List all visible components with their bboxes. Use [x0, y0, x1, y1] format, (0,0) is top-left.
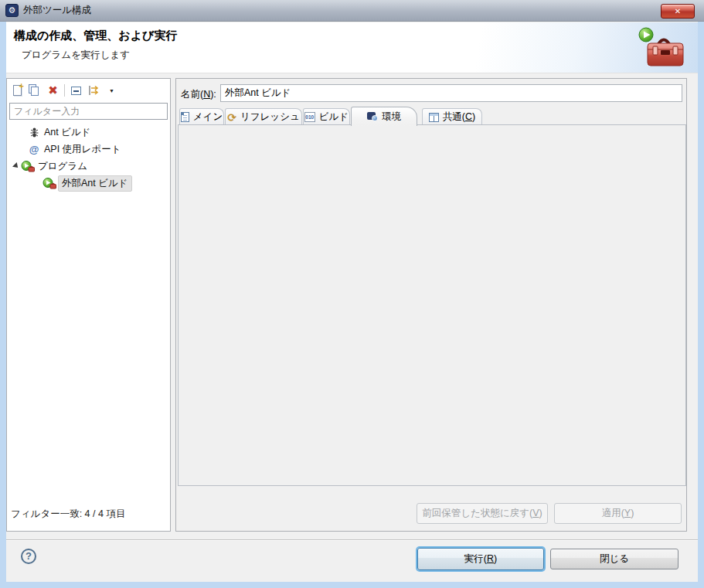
apply-button[interactable]: 適用(Y) — [554, 503, 682, 524]
refresh-tab-icon: ⟳ — [227, 113, 236, 122]
footer-separator — [6, 539, 698, 540]
name-input[interactable] — [220, 84, 682, 102]
build-tab-icon: 010 — [304, 112, 315, 122]
delete-icon[interactable]: ✖ — [44, 83, 62, 99]
toolbar-dropdown-icon[interactable]: ▼ — [103, 83, 121, 99]
external-tools-dialog: ⚙ 外部ツール構成 ✕ 構成の作成、管理、および実行 プログラムを実行します — [0, 0, 704, 588]
tab-common[interactable]: 共通(C) — [422, 108, 482, 125]
tab-build[interactable]: 010 ビルド — [303, 108, 350, 125]
filter-match-status: フィルター一致: 4 / 4 項目 — [11, 508, 125, 521]
new-launch-config-icon[interactable]: + — [9, 83, 26, 99]
environment-tab-panel — [178, 124, 686, 486]
toolbar-separator — [64, 84, 65, 97]
banner-title: 構成の作成、管理、および実行 — [14, 29, 177, 43]
ant-icon — [27, 127, 41, 138]
tab-label: 共通(C) — [443, 110, 475, 124]
main-tab-icon — [181, 112, 189, 122]
config-detail-panel: 名前(N): メイン ⟳ リフレッシュ 010 ビルド 環境 共通(C) 設定す… — [175, 78, 687, 532]
window-border-left — [0, 22, 6, 588]
launch-config-tree: Ant ビルド @ API 使用レポート プログラム — [7, 124, 170, 192]
launch-config-sidebar: + ✖ ▼ — [6, 78, 171, 532]
window-close-button[interactable]: ✕ — [661, 4, 695, 19]
filter-icon[interactable] — [85, 83, 103, 99]
sidebar-toolbar: + ✖ ▼ — [9, 81, 121, 100]
collapse-all-icon[interactable] — [67, 83, 85, 99]
tree-item-external-ant-build[interactable]: 外部Ant ビルド — [7, 175, 170, 192]
banner-subtitle: プログラムを実行します — [22, 49, 130, 62]
run-button[interactable]: 実行(R) — [417, 548, 544, 570]
name-label: 名前(N): — [181, 88, 216, 101]
environment-tab-icon — [367, 112, 378, 121]
api-usage-report-icon: @ — [27, 144, 41, 155]
external-tools-toolbox-icon — [638, 27, 685, 72]
tree-item-label: API 使用レポート — [44, 143, 121, 156]
help-icon[interactable]: ? — [21, 549, 36, 564]
tree-item-label: プログラム — [38, 160, 87, 173]
filter-input[interactable] — [9, 103, 168, 120]
tree-item-program[interactable]: プログラム — [7, 158, 170, 175]
tab-label: リフレッシュ — [240, 110, 300, 124]
program-run-icon — [43, 178, 56, 189]
tree-item-label: 外部Ant ビルド — [58, 175, 132, 192]
revert-button[interactable]: 前回保管した状態に戻す(V) — [417, 503, 548, 524]
tree-item-api-report[interactable]: @ API 使用レポート — [7, 141, 170, 158]
app-gear-icon: ⚙ — [5, 4, 19, 17]
common-tab-icon — [429, 113, 439, 122]
tab-main[interactable]: メイン — [179, 108, 224, 125]
duplicate-icon[interactable] — [26, 83, 44, 99]
expander-arrow-icon[interactable] — [12, 162, 20, 170]
window-border-right — [698, 22, 704, 588]
banner: 構成の作成、管理、および実行 プログラムを実行します — [6, 22, 698, 73]
title-bar[interactable]: ⚙ 外部ツール構成 ✕ — [0, 0, 704, 22]
window-border-bottom — [0, 582, 704, 588]
tab-environment[interactable]: 環境 — [351, 107, 417, 126]
tab-label: ビルド — [319, 110, 349, 124]
tab-refresh[interactable]: ⟳ リフレッシュ — [225, 108, 302, 125]
window-title: 外部ツール構成 — [23, 4, 91, 17]
tree-item-label: Ant ビルド — [44, 126, 91, 139]
tree-item-ant-build[interactable]: Ant ビルド — [7, 124, 170, 141]
close-button[interactable]: 閉じる — [550, 549, 678, 569]
program-run-icon — [21, 161, 35, 172]
tab-label: メイン — [193, 110, 223, 124]
tab-label: 環境 — [382, 110, 401, 124]
